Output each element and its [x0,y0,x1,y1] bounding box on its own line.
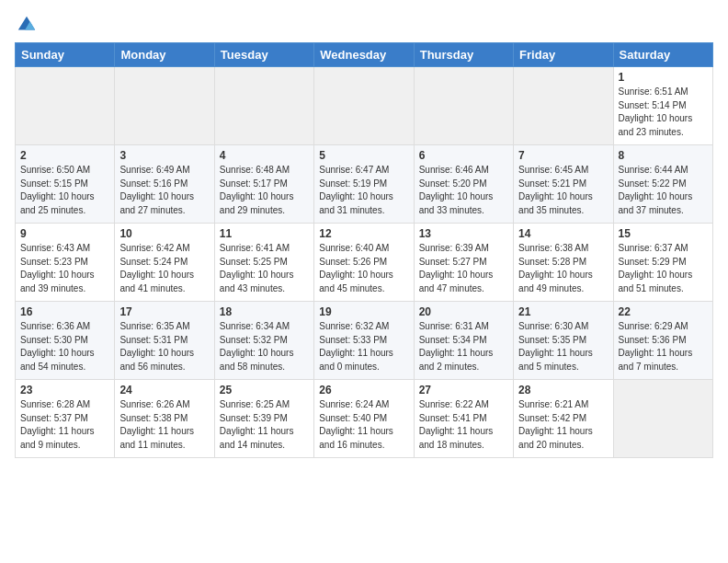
day-number: 4 [220,149,309,162]
day-number: 18 [220,305,309,318]
day-info: Sunrise: 6:48 AM Sunset: 5:17 PM Dayligh… [220,164,309,217]
day-number: 11 [220,227,309,240]
day-number: 26 [319,384,408,396]
calendar-cell: 10Sunrise: 6:42 AM Sunset: 5:24 PM Dayli… [115,224,214,302]
calendar-cell [115,67,214,145]
day-info: Sunrise: 6:47 AM Sunset: 5:19 PM Dayligh… [319,164,408,217]
calendar-cell: 23Sunrise: 6:28 AM Sunset: 5:37 PM Dayli… [16,380,115,458]
day-number: 9 [20,227,109,240]
calendar-cell: 22Sunrise: 6:29 AM Sunset: 5:36 PM Dayli… [613,302,712,380]
day-info: Sunrise: 6:51 AM Sunset: 5:14 PM Dayligh… [619,86,708,139]
day-number: 23 [20,384,109,396]
calendar-cell: 19Sunrise: 6:32 AM Sunset: 5:33 PM Dayli… [314,302,414,380]
calendar-cell: 5Sunrise: 6:47 AM Sunset: 5:19 PM Daylig… [314,145,414,224]
calendar-cell: 27Sunrise: 6:22 AM Sunset: 5:41 PM Dayli… [414,380,513,458]
calendar-cell: 7Sunrise: 6:45 AM Sunset: 5:21 PM Daylig… [514,145,613,224]
calendar-cell [414,67,513,145]
calendar-cell: 24Sunrise: 6:26 AM Sunset: 5:38 PM Dayli… [115,380,214,458]
day-number: 25 [220,384,309,396]
col-header-monday: Monday [115,43,214,67]
calendar-cell: 26Sunrise: 6:24 AM Sunset: 5:40 PM Dayli… [314,380,414,458]
day-info: Sunrise: 6:41 AM Sunset: 5:25 PM Dayligh… [220,242,309,295]
col-header-saturday: Saturday [613,43,712,67]
calendar-cell: 21Sunrise: 6:30 AM Sunset: 5:35 PM Dayli… [514,302,613,380]
calendar-cell: 12Sunrise: 6:40 AM Sunset: 5:26 PM Dayli… [314,224,414,302]
calendar-cell: 18Sunrise: 6:34 AM Sunset: 5:32 PM Dayli… [214,302,313,380]
calendar-cell: 13Sunrise: 6:39 AM Sunset: 5:27 PM Dayli… [414,224,513,302]
calendar-cell: 1Sunrise: 6:51 AM Sunset: 5:14 PM Daylig… [613,67,712,145]
calendar-cell: 25Sunrise: 6:25 AM Sunset: 5:39 PM Dayli… [214,380,313,458]
calendar-cell: 2Sunrise: 6:50 AM Sunset: 5:15 PM Daylig… [16,145,115,224]
calendar-week-row: 16Sunrise: 6:36 AM Sunset: 5:30 PM Dayli… [16,302,713,380]
day-info: Sunrise: 6:44 AM Sunset: 5:22 PM Dayligh… [619,164,708,217]
col-header-friday: Friday [514,43,613,67]
calendar-cell: 15Sunrise: 6:37 AM Sunset: 5:29 PM Dayli… [613,224,712,302]
day-info: Sunrise: 6:24 AM Sunset: 5:40 PM Dayligh… [319,398,408,452]
day-number: 10 [119,227,209,240]
day-number: 22 [619,305,708,318]
day-info: Sunrise: 6:31 AM Sunset: 5:34 PM Dayligh… [419,320,508,373]
day-number: 12 [319,227,408,240]
day-info: Sunrise: 6:50 AM Sunset: 5:15 PM Dayligh… [20,164,109,217]
day-number: 16 [20,305,109,318]
day-number: 3 [119,149,209,162]
col-header-wednesday: Wednesday [314,43,414,67]
day-info: Sunrise: 6:29 AM Sunset: 5:36 PM Dayligh… [619,320,708,373]
day-number: 15 [619,227,708,240]
calendar-cell: 9Sunrise: 6:43 AM Sunset: 5:23 PM Daylig… [16,224,115,302]
col-header-thursday: Thursday [414,43,513,67]
calendar-week-row: 9Sunrise: 6:43 AM Sunset: 5:23 PM Daylig… [16,224,713,302]
day-number: 20 [419,305,508,318]
calendar-cell: 8Sunrise: 6:44 AM Sunset: 5:22 PM Daylig… [613,145,712,224]
calendar-cell: 16Sunrise: 6:36 AM Sunset: 5:30 PM Dayli… [16,302,115,380]
day-number: 6 [419,149,508,162]
day-info: Sunrise: 6:37 AM Sunset: 5:29 PM Dayligh… [619,242,708,295]
calendar-week-row: 23Sunrise: 6:28 AM Sunset: 5:37 PM Dayli… [16,380,713,458]
day-info: Sunrise: 6:36 AM Sunset: 5:30 PM Dayligh… [20,320,109,373]
calendar-cell: 6Sunrise: 6:46 AM Sunset: 5:20 PM Daylig… [414,145,513,224]
day-info: Sunrise: 6:21 AM Sunset: 5:42 PM Dayligh… [518,398,608,452]
day-info: Sunrise: 6:34 AM Sunset: 5:32 PM Dayligh… [220,320,309,373]
day-info: Sunrise: 6:26 AM Sunset: 5:38 PM Dayligh… [119,398,209,452]
day-info: Sunrise: 6:45 AM Sunset: 5:21 PM Dayligh… [518,164,608,217]
day-number: 24 [119,384,209,396]
calendar-cell: 28Sunrise: 6:21 AM Sunset: 5:42 PM Dayli… [514,380,613,458]
calendar-header-row: SundayMondayTuesdayWednesdayThursdayFrid… [16,43,713,67]
day-number: 8 [619,149,708,162]
day-number: 1 [619,71,708,84]
calendar-week-row: 1Sunrise: 6:51 AM Sunset: 5:14 PM Daylig… [16,67,713,145]
day-info: Sunrise: 6:39 AM Sunset: 5:27 PM Dayligh… [419,242,508,295]
calendar-week-row: 2Sunrise: 6:50 AM Sunset: 5:15 PM Daylig… [16,145,713,224]
calendar-cell: 4Sunrise: 6:48 AM Sunset: 5:17 PM Daylig… [214,145,313,224]
col-header-tuesday: Tuesday [214,43,313,67]
logo-icon [17,15,37,35]
day-info: Sunrise: 6:28 AM Sunset: 5:37 PM Dayligh… [20,398,109,452]
calendar-cell: 3Sunrise: 6:49 AM Sunset: 5:16 PM Daylig… [115,145,214,224]
calendar-cell: 11Sunrise: 6:41 AM Sunset: 5:25 PM Dayli… [214,224,313,302]
logo [15,15,37,35]
calendar-cell [16,67,115,145]
calendar-cell [613,380,712,458]
day-number: 2 [20,149,109,162]
calendar-cell [214,67,313,145]
day-number: 13 [419,227,508,240]
day-info: Sunrise: 6:38 AM Sunset: 5:28 PM Dayligh… [518,242,608,295]
day-info: Sunrise: 6:32 AM Sunset: 5:33 PM Dayligh… [319,320,408,373]
day-info: Sunrise: 6:43 AM Sunset: 5:23 PM Dayligh… [20,242,109,295]
day-number: 14 [518,227,608,240]
calendar-cell [314,67,414,145]
day-number: 21 [518,305,608,318]
day-number: 27 [419,384,508,396]
calendar-cell: 17Sunrise: 6:35 AM Sunset: 5:31 PM Dayli… [115,302,214,380]
page-header [15,15,713,35]
calendar-table: SundayMondayTuesdayWednesdayThursdayFrid… [15,42,713,458]
day-number: 5 [319,149,408,162]
day-info: Sunrise: 6:22 AM Sunset: 5:41 PM Dayligh… [419,398,508,452]
calendar-cell: 20Sunrise: 6:31 AM Sunset: 5:34 PM Dayli… [414,302,513,380]
day-info: Sunrise: 6:42 AM Sunset: 5:24 PM Dayligh… [119,242,209,295]
day-info: Sunrise: 6:35 AM Sunset: 5:31 PM Dayligh… [119,320,209,373]
day-info: Sunrise: 6:46 AM Sunset: 5:20 PM Dayligh… [419,164,508,217]
day-number: 19 [319,305,408,318]
calendar-cell: 14Sunrise: 6:38 AM Sunset: 5:28 PM Dayli… [514,224,613,302]
day-number: 28 [518,384,608,396]
